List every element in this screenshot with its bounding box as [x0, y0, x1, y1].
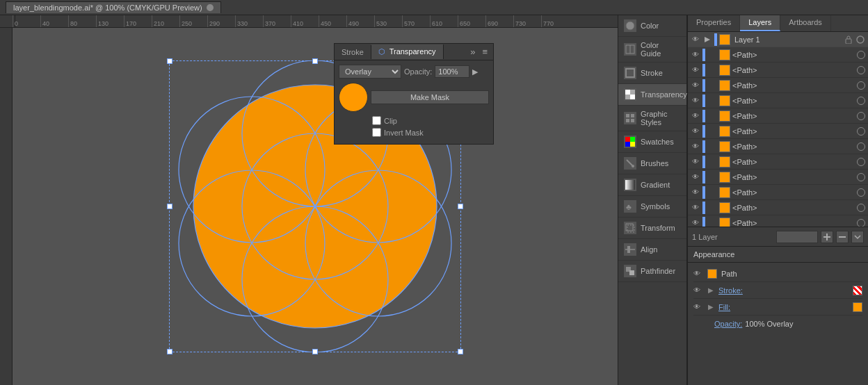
fill-link[interactable]: Fill: — [718, 303, 730, 311]
tick-730: 730 — [513, 15, 541, 28]
panel-item-gradient[interactable]: Gradient — [618, 174, 686, 196]
gradient-label: Gradient — [641, 181, 670, 189]
svg-rect-24 — [626, 114, 629, 117]
brushes-label: Brushes — [641, 159, 668, 167]
layer-1-lock[interactable] — [844, 35, 853, 44]
stroke-link[interactable]: Stroke: — [718, 286, 743, 295]
appearance-path-label: Path — [721, 270, 862, 278]
panel-item-stroke[interactable]: Stroke — [618, 63, 686, 84]
panel-item-color-guide[interactable]: Color Guide — [618, 37, 686, 63]
tick-170: 170 — [124, 15, 152, 28]
panel-menu-btn[interactable]: ≡ — [479, 45, 490, 58]
svg-rect-41 — [629, 270, 634, 275]
layer-action-btn-1[interactable] — [821, 231, 833, 243]
transparency-icon: ⬡ — [378, 47, 385, 56]
tab-transparency[interactable]: ⬡ Transparency — [371, 44, 444, 59]
table-row[interactable]: 👁 <Path> — [688, 47, 868, 63]
fill-swatch[interactable] — [853, 302, 862, 312]
appearance-fill-visibility[interactable]: 👁 — [693, 303, 703, 311]
blend-mode-select[interactable]: Overlay Normal Multiply Screen — [339, 65, 401, 79]
layer-action-btn-2[interactable] — [836, 231, 849, 243]
tick-490: 490 — [346, 15, 374, 28]
layer-action-btn-3[interactable] — [851, 231, 864, 243]
panel-item-color[interactable]: Color — [618, 15, 686, 37]
tab-layers[interactable]: Layers — [740, 15, 780, 31]
table-row[interactable]: 👁 <Path> — [688, 185, 868, 200]
transparency-panel-label: Transparency — [641, 90, 687, 99]
drawing-canvas[interactable] — [13, 28, 618, 385]
appearance-path-visibility[interactable]: 👁 — [693, 270, 703, 277]
panel-item-graphic-styles[interactable]: Graphic Styles — [618, 106, 686, 131]
stroke-icon — [624, 67, 636, 79]
table-row[interactable]: 👁 <Path> — [688, 124, 868, 139]
table-row[interactable]: 👁 <Path> — [688, 200, 868, 215]
icon-panel: Color Color Guide Stroke — [618, 15, 687, 385]
svg-rect-30 — [625, 142, 630, 147]
color-label: Color — [641, 22, 659, 30]
svg-rect-20 — [625, 90, 630, 95]
opacity-arrow[interactable]: ▶ — [472, 67, 478, 76]
tick-370: 370 — [263, 15, 291, 28]
table-row[interactable]: 👁 <Path> — [688, 78, 868, 93]
panel-item-pathfinder[interactable]: Pathfinder — [618, 261, 686, 282]
table-row[interactable]: 👁 <Path> — [688, 215, 868, 227]
transparency-panel-body: Overlay Normal Multiply Screen Opacity: … — [335, 60, 493, 144]
panel-item-align[interactable]: Align — [618, 239, 686, 261]
tick-570: 570 — [402, 15, 430, 28]
canvas-area: 0 40 80 130 170 210 250 290 330 370 410 … — [0, 15, 618, 385]
more-options-btn[interactable]: » — [467, 45, 478, 58]
panel-item-transparency[interactable]: Transparency — [618, 84, 686, 106]
swatches-label: Swatches — [641, 138, 674, 146]
panel-item-brushes[interactable]: Brushes — [618, 153, 686, 174]
invert-mask-checkbox[interactable] — [372, 128, 381, 137]
svg-marker-42 — [705, 37, 710, 42]
document-tab[interactable]: layer_blendingmode.ai* @ 100% (CMYK/GPU … — [6, 1, 221, 13]
table-row[interactable]: 👁 <Path> — [688, 93, 868, 108]
panel-item-transform[interactable]: Transform — [618, 218, 686, 239]
layers-footer: 1 Layer — [688, 227, 868, 246]
color-guide-label: Color Guide — [641, 41, 681, 58]
panel-item-swatches[interactable]: Swatches — [618, 131, 686, 153]
tick-290: 290 — [207, 15, 235, 28]
close-tab-button[interactable] — [207, 4, 214, 11]
appearance-panel-header: Appearance — [688, 247, 868, 263]
table-row[interactable]: 👁 <Path> — [688, 108, 868, 124]
layer-search-box[interactable] — [776, 231, 818, 243]
stroke-expand[interactable]: ▶ — [707, 286, 714, 294]
tick-130: 130 — [96, 15, 124, 28]
stroke-label: Stroke — [641, 69, 663, 77]
layer-1-header[interactable]: 👁 Layer 1 — [688, 32, 868, 47]
fill-expand[interactable]: ▶ — [707, 303, 714, 311]
layer-1-color-bar — [714, 33, 717, 46]
layers-scroll[interactable]: 👁 <Path> 👁 <Path> 👁 — [688, 47, 868, 227]
thumbnail-mask-row: Make Mask — [339, 83, 489, 112]
svg-rect-19 — [626, 69, 634, 77]
tab-properties[interactable]: Properties — [688, 15, 740, 31]
tick-210: 210 — [152, 15, 179, 28]
table-row[interactable]: 👁 <Path> — [688, 154, 868, 170]
layer-1-name: Layer 1 — [732, 35, 842, 44]
appearance-fill-label: Fill: — [718, 303, 849, 311]
transparency-panel-header: Stroke ⬡ Transparency » ≡ — [335, 44, 493, 60]
panel-header-buttons: » ≡ — [467, 45, 493, 58]
tab-artboards[interactable]: Artboards — [780, 15, 831, 31]
stroke-swatch[interactable] — [853, 286, 862, 295]
opacity-link-label[interactable]: Opacity: — [714, 320, 742, 328]
table-row[interactable]: 👁 <Path> — [688, 139, 868, 154]
appearance-title: Appearance — [693, 250, 734, 259]
clip-checkbox[interactable] — [372, 116, 381, 125]
table-row[interactable]: 👁 <Path> — [688, 63, 868, 78]
opacity-input[interactable] — [435, 65, 469, 78]
appearance-stroke-visibility[interactable]: 👁 — [693, 286, 703, 294]
layer-1-expand[interactable] — [702, 35, 712, 44]
layer-1-visibility[interactable]: 👁 — [691, 35, 700, 44]
make-mask-button[interactable]: Make Mask — [371, 90, 489, 104]
opacity-label: Opacity: — [404, 67, 432, 76]
tab-stroke[interactable]: Stroke — [335, 45, 371, 59]
panel-item-symbols[interactable]: ♣ Symbols — [618, 196, 686, 218]
svg-text:♣: ♣ — [626, 202, 632, 211]
tick-690: 690 — [485, 15, 513, 28]
table-row[interactable]: 👁 <Path> — [688, 170, 868, 185]
layer-1-target[interactable] — [855, 35, 865, 44]
graphic-styles-label: Graphic Styles — [641, 110, 681, 126]
